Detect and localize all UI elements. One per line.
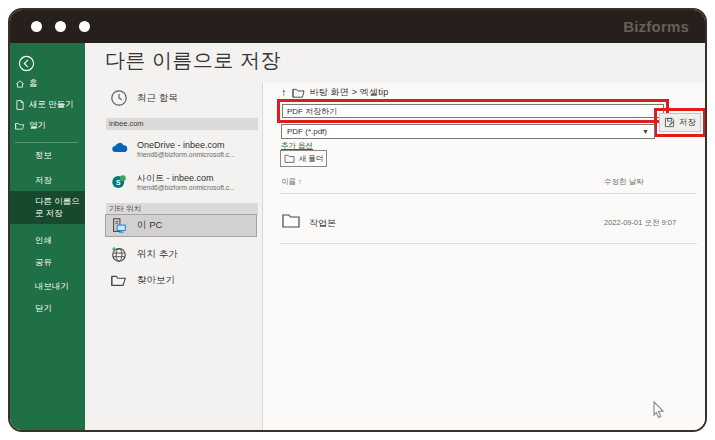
sidebar-item-save-as[interactable]: 다른 이름으로 저장	[10, 191, 85, 224]
back-button[interactable]	[10, 53, 85, 73]
svg-text:S: S	[116, 179, 121, 186]
page-title: 다른 이름으로 저장	[105, 47, 281, 74]
browse-item[interactable]: 찾아보기	[110, 270, 175, 290]
folder-icon	[282, 213, 300, 229]
window-dot-1[interactable]	[31, 21, 42, 32]
new-folder-button[interactable]: 새 폴더	[280, 150, 327, 167]
onedrive-subtitle: friend6@bizform.onmicrosoft.c...	[137, 150, 235, 159]
breadcrumb-path[interactable]: 바탕 화면 > 엑셀tip	[310, 86, 389, 99]
places-column: 최근 항목 inbee.com OneDrive - inbee.com fri…	[85, 83, 262, 430]
mouse-cursor	[651, 401, 665, 419]
new-folder-label: 새 폴더	[299, 154, 324, 164]
filename-input[interactable]	[282, 104, 664, 118]
file-list-row[interactable]: 작업본 2022-09-01 오전 9:07	[281, 209, 695, 235]
sidebar-item-label: 홈	[29, 78, 38, 90]
header-divider	[280, 193, 697, 194]
bizforms-logo: Bizforms	[623, 18, 689, 35]
clock-icon	[110, 89, 128, 107]
recent-files-item[interactable]: 최근 항목	[110, 88, 178, 108]
account-section-header: inbee.com	[106, 118, 258, 130]
add-place-globe-icon	[110, 245, 128, 263]
breadcrumb-folder-icon	[292, 87, 305, 98]
recent-files-label: 최근 항목	[137, 92, 178, 105]
backstage-sidebar: 홈 새로 만들기 열기 정보 저장 다른 이름으로 저장 인쇄 공유 내보	[10, 43, 85, 430]
file-row-modified: 2022-09-01 오전 9:07	[604, 218, 676, 228]
this-pc-item-selected[interactable]: 이 PC	[105, 214, 257, 237]
row-divider	[280, 243, 697, 244]
save-icon	[664, 117, 675, 128]
add-place-label: 위치 추가	[137, 248, 178, 261]
sidebar-item-share[interactable]: 공유	[10, 255, 85, 269]
add-place-item[interactable]: 위치 추가	[110, 244, 178, 264]
browse-label: 찾아보기	[137, 274, 175, 287]
home-icon	[15, 79, 25, 89]
file-list-header: 이름 ↑ 수정한 날짜	[281, 177, 695, 188]
filetype-dropdown[interactable]: PDF (*.pdf) ▼	[281, 124, 655, 139]
annotation-filename-highlight	[277, 99, 669, 123]
new-folder-icon	[284, 154, 295, 163]
column-header-name[interactable]: 이름 ↑	[281, 177, 302, 187]
app-window: Bizforms 홈 새로 만들기	[8, 8, 707, 432]
save-button-label: 저장	[679, 117, 696, 129]
window-dot-3[interactable]	[79, 21, 90, 32]
open-folder-icon	[15, 121, 25, 131]
save-button[interactable]: 저장	[659, 113, 701, 132]
sidebar-item-info[interactable]: 정보	[10, 148, 85, 162]
up-one-level-icon[interactable]: ↑	[281, 86, 287, 98]
browse-folder-icon	[110, 271, 128, 289]
sidebar-item-label: 열기	[29, 120, 46, 132]
filetype-value: PDF (*.pdf)	[287, 127, 327, 136]
this-pc-icon	[110, 217, 128, 235]
backstage-main: 다른 이름으로 저장 최근 항목 inbee.com OneDrive - in…	[85, 43, 705, 430]
sharepoint-title: 사이트 - inbee.com	[137, 173, 235, 183]
sharepoint-place-item[interactable]: S 사이트 - inbee.com friend6@bizform.onmicr…	[110, 170, 235, 194]
chevron-down-icon: ▼	[642, 128, 649, 135]
this-pc-label: 이 PC	[137, 219, 162, 232]
sharepoint-icon: S	[110, 173, 128, 191]
file-row-name: 작업본	[309, 217, 336, 230]
sidebar-item-new[interactable]: 새로 만들기	[10, 98, 85, 112]
onedrive-icon	[110, 140, 128, 158]
window-dot-2[interactable]	[55, 21, 66, 32]
sidebar-item-open[interactable]: 열기	[10, 119, 85, 133]
sidebar-item-print[interactable]: 인쇄	[10, 233, 85, 247]
back-arrow-icon	[18, 55, 35, 72]
sidebar-item-export[interactable]: 내보내기	[10, 279, 85, 293]
save-as-panel: ↑ 바탕 화면 > 엑셀tip 저장 PDF (*.pdf)	[262, 83, 705, 430]
onedrive-title: OneDrive - inbee.com	[137, 140, 235, 150]
sort-ascending-icon: ↑	[298, 177, 302, 186]
breadcrumb: ↑ 바탕 화면 > 엑셀tip	[281, 85, 388, 99]
annotation-save-highlight: 저장	[654, 108, 706, 137]
column-header-modified[interactable]: 수정한 날짜	[604, 177, 644, 187]
sidebar-item-close[interactable]: 닫기	[10, 301, 85, 315]
sharepoint-subtitle: friend6@bizform.onmicrosoft.c...	[137, 183, 235, 192]
sidebar-item-save[interactable]: 저장	[10, 173, 85, 187]
onedrive-place-item[interactable]: OneDrive - inbee.com friend6@bizform.onm…	[110, 137, 235, 161]
sidebar-item-label: 새로 만들기	[29, 99, 74, 111]
title-bar: Bizforms	[10, 10, 705, 43]
new-document-icon	[15, 100, 25, 110]
sidebar-divider	[15, 142, 78, 143]
sidebar-item-home[interactable]: 홈	[10, 77, 85, 91]
